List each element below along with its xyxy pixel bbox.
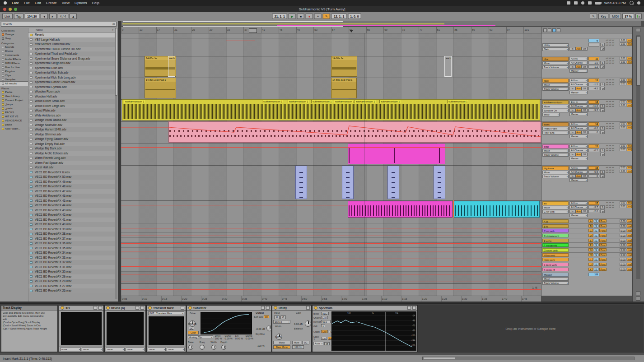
knob[interactable]: [188, 345, 193, 350]
unfold-icon[interactable]: [93, 306, 97, 310]
hot-swap-icon[interactable]: [181, 306, 184, 310]
return-delay-value[interactable]: 0.00: [620, 268, 626, 271]
track-number-badge[interactable]: 17: [588, 201, 599, 205]
monitor-buttons[interactable]: In Auto Off: [569, 153, 588, 156]
hscroll-thumb[interactable]: [424, 357, 455, 359]
file-row[interactable]: Wide Ambience.adv: [28, 113, 115, 118]
file-row[interactable]: VEC1 BD ReverbFX 35.wav: [28, 246, 115, 251]
track-number-badge[interactable]: 0: [588, 39, 599, 42]
place-item[interactable]: HIT KIT V3: [0, 115, 28, 119]
monitor-auto-button[interactable]: Auto: [575, 130, 581, 134]
monitor-in-button[interactable]: In: [569, 130, 575, 134]
input-channel-chooser[interactable]: All Channe: [569, 61, 588, 65]
track-header[interactable]: bass Phase Plant Filter Sha All Ins All …: [541, 121, 632, 144]
device-header[interactable]: Saturator: [187, 306, 271, 311]
return-letter-badge[interactable]: I: [588, 258, 593, 261]
arrangement-canvas[interactable]: 14-80s Je each 14-80s Je each 14-80s Jed…: [121, 33, 541, 296]
device-on-toggle[interactable]: [106, 306, 110, 310]
file-row[interactable]: Xperimental Ride.adv: [28, 66, 115, 71]
return-letter-badge[interactable]: J: [588, 263, 593, 266]
menu-create[interactable]: Create: [46, 1, 57, 5]
drive-value[interactable]: 0.00 dB: [188, 323, 196, 325]
menu-live[interactable]: Live: [12, 1, 19, 5]
metronome-toggle[interactable]: ▲: [70, 14, 77, 19]
automation-line[interactable]: [121, 266, 541, 267]
return-delay-value[interactable]: 0.00: [620, 263, 626, 266]
track-name-chip[interactable]: sn: [542, 201, 569, 205]
file-row[interactable]: Wood Plate.adv: [28, 108, 115, 113]
track-header[interactable]: subharmonicon Mixer Speaker On smile Ext…: [541, 99, 632, 121]
file-row[interactable]: Wood Room Large.adv: [28, 104, 115, 109]
stat-value[interactable]: 100 %: [215, 337, 222, 340]
lane-button-1[interactable]: [543, 28, 547, 32]
track-volume-value[interactable]: -6.0: [588, 126, 599, 130]
track-name-chip[interactable]: fade: [542, 79, 569, 83]
mono-toggle[interactable]: Mono: [273, 341, 290, 344]
track-name-chip[interactable]: bass: [542, 122, 569, 126]
file-row[interactable]: Wedge Arctic Echoes.adv: [28, 151, 115, 156]
wifi-icon[interactable]: [588, 1, 592, 5]
track-delay-value[interactable]: 0.00: [620, 166, 626, 169]
parameter-chooser[interactable]: Track Volume: [542, 175, 569, 178]
unfold-icon[interactable]: [135, 306, 139, 310]
nudge-up-button[interactable]: ▸: [49, 14, 56, 19]
send-values[interactable]: -inf -inf -inf -inf -inf -inf -inf -inf …: [606, 144, 619, 152]
monitor-buttons[interactable]: In Auto Off: [569, 47, 588, 51]
return-track-header[interactable]: C sn verb C S Post 0.00 ms: [541, 228, 632, 232]
arrangement-overview[interactable]: [121, 21, 641, 26]
mute-toggle[interactable]: Mute: [292, 341, 301, 344]
midi-map-button[interactable]: MIDI: [610, 14, 621, 19]
time-ruler[interactable]: 0:050:100:150:200:250:300:350:400:450:50…: [121, 296, 541, 302]
file-row[interactable]: Xperimental Kick Sub Long.adv: [28, 75, 115, 80]
overview-viewport-box[interactable]: [123, 21, 343, 27]
track-pan-value[interactable]: -4.5: [588, 87, 599, 90]
return-track-header[interactable]: B hi B S Post 0.00 ms: [541, 223, 632, 228]
monitor-off-button[interactable]: Off: [582, 130, 588, 134]
return-delay-value[interactable]: 0.00: [620, 219, 626, 223]
phase-left-toggle[interactable]: Ø: [274, 316, 280, 319]
solo-button[interactable]: S: [600, 83, 605, 86]
file-row[interactable]: Xperimental Kick Sub.adv: [28, 70, 115, 75]
track-delay-value[interactable]: 0.00: [620, 57, 626, 60]
solo-button[interactable]: S: [600, 205, 605, 209]
send-row[interactable]: -inf -inf -inf: [606, 44, 619, 46]
saturator-stat[interactable]: Lin 0.00 %: [235, 334, 243, 340]
return-solo-button[interactable]: S: [594, 258, 598, 261]
track-delay-value-2[interactable]: 0.00: [620, 126, 626, 129]
track-delay-value-2[interactable]: 0.00: [620, 170, 626, 173]
clip-segment-label[interactable]: subharmonicon 1: [311, 100, 332, 103]
file-row[interactable]: Wedge Big Dark.adv: [28, 146, 115, 151]
input-type-chooser[interactable]: Ext. In: [569, 100, 588, 104]
db-label[interactable]: dB: [324, 342, 330, 345]
file-row[interactable]: VEC1 BD ReverbFX 28.wav: [28, 279, 115, 284]
link-button[interactable]: Link: [2, 14, 13, 19]
send-row[interactable]: -inf -inf -inf: [606, 84, 619, 86]
monitor-auto-button[interactable]: Auto: [575, 174, 581, 178]
loop-marker[interactable]: [249, 28, 257, 33]
return-solo-button[interactable]: S: [594, 229, 598, 232]
master-device-chooser[interactable]: Mixer: [542, 277, 569, 281]
track-delay-value-2[interactable]: 0.00: [620, 42, 626, 46]
clip[interactable]: [454, 201, 540, 218]
zoom-out-button[interactable]: [636, 297, 640, 301]
track-delay-value-2[interactable]: 0.00: [620, 205, 626, 208]
plugin-param-slot[interactable]: none: [60, 348, 81, 351]
arm-button[interactable]: [600, 87, 605, 90]
master-name-chip[interactable]: Master: [542, 273, 569, 277]
return-letter-badge[interactable]: D: [588, 234, 593, 237]
output-chooser[interactable]: Master: [569, 178, 588, 182]
monitor-auto-button[interactable]: Auto: [575, 47, 581, 51]
return-letter-badge[interactable]: C: [588, 229, 593, 232]
monitor-off-button[interactable]: Off: [582, 108, 588, 112]
return-letter-badge[interactable]: K: [588, 268, 593, 271]
file-row[interactable]: VEC1 BD ReverbFX 27.wav: [28, 284, 115, 289]
solo-button[interactable]: S: [600, 126, 605, 130]
stop-button[interactable]: ■: [297, 14, 304, 19]
softclip-toggle[interactable]: On: [264, 315, 269, 318]
gain-value[interactable]: 0.00 dB: [294, 323, 303, 325]
file-row[interactable]: Wood Room Small.adv: [28, 99, 115, 104]
send-row[interactable]: -inf -inf -inf: [606, 105, 619, 108]
return-name-chip[interactable]: B hi: [542, 224, 569, 228]
collection-item[interactable]: Orange: [0, 32, 28, 37]
clip[interactable]: 14-80s Jedi Pad 1: [145, 78, 176, 98]
